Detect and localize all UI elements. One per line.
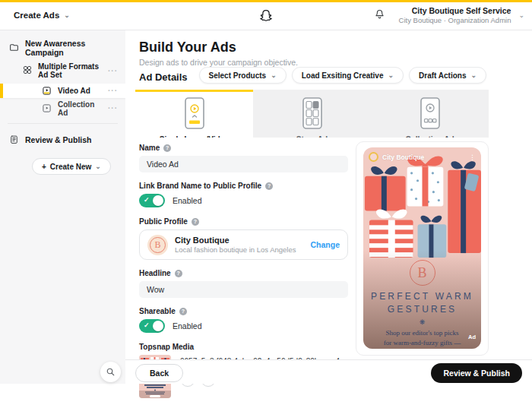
toggle-knob	[153, 195, 163, 206]
snowflake-icon: ❋	[363, 318, 481, 326]
help-icon[interactable]: ?	[179, 308, 187, 315]
section-title: Ad Details	[139, 71, 188, 83]
chevron-down-icon: ⌄	[271, 72, 277, 79]
profile-text: City Boutique Local fashion boutique in …	[175, 236, 296, 254]
sidebar-adset-label: Multiple Formats Ad Set	[38, 62, 102, 79]
toggle-knob	[153, 321, 163, 331]
preview-title-line2: GESTURES	[363, 303, 481, 316]
more-options-icon[interactable]: ···	[108, 67, 118, 75]
search-button[interactable]	[100, 362, 121, 382]
link-brand-toggle-row: ✓ Enabled	[139, 194, 348, 207]
headline-input[interactable]	[139, 281, 348, 298]
profile-name: City Boutique	[175, 236, 296, 245]
ad-preview-phone: City Boutique ⋮ B PERFECT WARM GESTURES …	[363, 147, 481, 349]
draft-actions-label: Draft Actions	[419, 71, 466, 80]
link-brand-toggle[interactable]: ✓	[139, 194, 165, 207]
create-ads-label: Create Ads	[14, 11, 59, 20]
single-video-phone-icon	[185, 97, 204, 132]
public-profile-label-row: Public Profile ?	[139, 217, 348, 226]
help-icon[interactable]: ?	[175, 270, 182, 277]
preview-body-line: for warm-and-fuzzy gifts —	[363, 338, 481, 348]
preview-title-line1: PERFECT WARM	[363, 290, 481, 303]
change-profile-link[interactable]: Change	[310, 240, 340, 249]
help-icon[interactable]: ?	[163, 144, 171, 152]
account-role: City Boutique · Organization Admin	[399, 16, 511, 24]
create-ads-menu[interactable]: Create Ads ⌄	[14, 11, 70, 20]
check-icon: ✓	[144, 196, 150, 204]
draft-actions-button[interactable]: Draft Actions ⌄	[409, 67, 486, 84]
preview-body-line: Shop our editor's top picks	[363, 328, 481, 338]
topsnap-media-label: Topsnap Media	[139, 343, 194, 351]
sidebar-item-video-ad[interactable]: Video Ad ···	[0, 84, 125, 98]
story-ad-phone-icon	[302, 97, 322, 132]
help-icon[interactable]: ?	[265, 182, 273, 190]
select-products-button[interactable]: Select Products ⌄	[199, 67, 287, 84]
sidebar-video-ad-label: Video Ad	[58, 87, 90, 95]
chevron-down-icon: ⌄	[95, 163, 101, 170]
ad-details-content: Name ? Link Brand Name to Public Profile…	[135, 138, 489, 359]
preview-title: PERFECT WARM GESTURES	[363, 290, 481, 316]
select-products-label: Select Products	[209, 71, 267, 80]
shareable-state: Enabled	[173, 321, 202, 331]
help-icon[interactable]: ?	[192, 218, 199, 226]
collection-ad-phone-icon	[420, 97, 440, 132]
chevron-down-icon: ⌄	[64, 12, 70, 19]
shareable-toggle[interactable]: ✓	[139, 319, 165, 333]
check-icon: ✓	[144, 321, 150, 329]
topsnap-label-row: Topsnap Media	[139, 343, 348, 351]
preview-body-text: Shop our editor's top picks for warm-and…	[363, 328, 481, 349]
load-existing-creative-label: Load Exsiting Creative	[302, 71, 384, 80]
bell-icon[interactable]	[374, 8, 385, 23]
collection-ad-icon	[42, 103, 52, 113]
preview-body-line: with the emphasis on “warm.”	[363, 348, 481, 349]
review-publish-button[interactable]: Review & Publish	[431, 363, 522, 383]
sidebar-divider	[8, 123, 118, 124]
account-info: City Boutique Self Service City Boutique…	[399, 6, 511, 24]
chevron-down-icon: ⌄	[388, 72, 394, 79]
preview-brand-name: City Boutique	[382, 153, 424, 161]
header: Create Ads ⌄ City Boutique Self Service …	[0, 2, 532, 30]
ad-preview-panel: City Boutique ⋮ B PERFECT WARM GESTURES …	[356, 141, 489, 356]
tab-story-ad[interactable]: Story Ad	[253, 90, 371, 138]
name-label-row: Name ?	[139, 144, 348, 152]
public-profile-card: B City Boutique Local fashion boutique i…	[139, 229, 348, 260]
profile-avatar: B	[147, 235, 168, 255]
name-label: Name	[139, 144, 160, 152]
ad-actions: Select Products ⌄ Load Exsiting Creative…	[199, 67, 486, 84]
preview-logo: B	[363, 260, 481, 286]
tab-single-image-video[interactable]: Single Image/Video	[135, 90, 253, 138]
back-button[interactable]: Back	[135, 364, 183, 382]
more-options-icon[interactable]: ···	[108, 87, 118, 95]
sidebar-item-adset[interactable]: Multiple Formats Ad Set ···	[0, 62, 125, 79]
campaign-icon	[9, 43, 19, 54]
main-panel: Build Your Ads Design ads to drive your …	[125, 30, 532, 359]
load-existing-creative-button[interactable]: Load Exsiting Creative ⌄	[292, 67, 404, 84]
sidebar-item-campaign[interactable]: New Awareness Campaign	[0, 40, 125, 56]
sidebar-item-collection-ad[interactable]: Collection Ad ···	[0, 101, 125, 115]
account-menu[interactable]: City Boutique Self Service City Boutique…	[374, 6, 524, 24]
page-title: Build Your Ads	[139, 40, 236, 55]
link-brand-label: Link Brand Name to Public Profile	[139, 182, 261, 190]
more-options-icon[interactable]: ···	[108, 104, 118, 112]
more-vertical-icon[interactable]: ⋮	[469, 153, 476, 161]
sidebar-campaign-label: New Awareness Campaign	[25, 39, 125, 57]
snapchat-ghost-icon[interactable]	[258, 8, 274, 27]
link-brand-state: Enabled	[173, 196, 202, 205]
link-brand-label-row: Link Brand Name to Public Profile ?	[139, 182, 348, 190]
profile-monogram: B	[150, 237, 166, 253]
chevron-down-icon: ⌄	[470, 72, 477, 79]
name-input[interactable]	[139, 156, 348, 172]
profile-description: Local fashion boutique in Los Angeles	[175, 245, 296, 254]
preview-logo-monogram: B	[410, 260, 435, 286]
create-new-button[interactable]: + Create New ⌄	[32, 158, 111, 175]
tab-collection-ad[interactable]: Collection Ad	[371, 90, 489, 138]
clipboard-icon	[9, 134, 19, 146]
video-ad-icon	[42, 86, 52, 96]
campaign-sidebar: New Awareness Campaign Multiple Formats …	[0, 30, 125, 384]
ads-manager-app: Create Ads ⌄ City Boutique Self Service …	[0, 0, 532, 405]
sidebar-item-review-publish[interactable]: Review & Publish	[0, 131, 125, 148]
public-profile-label: Public Profile	[139, 217, 188, 226]
headline-label-row: Headline ?	[139, 269, 348, 277]
ad-set-grid-icon	[23, 65, 32, 76]
ad-badge: Ad	[468, 334, 476, 340]
